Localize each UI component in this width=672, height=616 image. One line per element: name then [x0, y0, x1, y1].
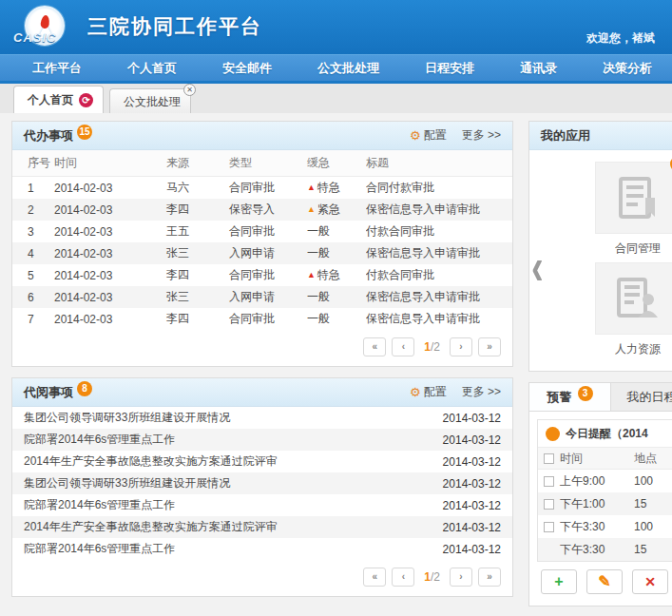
- todo-config-button[interactable]: ⚙ 配置: [410, 127, 447, 144]
- todo-pagination: « ‹ 1/2 › »: [12, 330, 512, 366]
- nav-item-decision-analysis[interactable]: 决策分析: [580, 55, 672, 82]
- nav-item-contacts[interactable]: 通讯录: [497, 55, 580, 82]
- last-page-button[interactable]: »: [478, 568, 501, 587]
- my-apps-header: 我的应用: [529, 122, 672, 150]
- table-row[interactable]: 上午9:00 100: [538, 470, 672, 492]
- alert-schedule-widget: 预警 3 我的日程 今日提醒（2014 时间 地点: [528, 382, 672, 606]
- welcome-user: 欢迎您，褚斌: [586, 30, 655, 47]
- item-date: 2014-03-12: [429, 543, 501, 556]
- cell-date: 2014-02-03: [54, 313, 166, 326]
- read-more-link[interactable]: 更多 >>: [462, 384, 501, 400]
- refresh-icon[interactable]: ⟳: [79, 93, 93, 107]
- list-item[interactable]: 集团公司领导调研33所班组建设开展情况 2014-03-12: [12, 472, 512, 494]
- chevron-left-icon[interactable]: ‹: [531, 241, 544, 292]
- cell-date: 2014-02-03: [54, 269, 166, 282]
- item-date: 2014-03-12: [429, 521, 501, 534]
- select-all-checkbox[interactable]: [544, 453, 554, 464]
- app-hr-tile[interactable]: [595, 262, 672, 335]
- tab-my-schedule[interactable]: 我的日程: [611, 383, 672, 411]
- item-title: 2014年生产安全事故隐患整改实施方案通过院评审: [24, 519, 429, 535]
- cell-title: 保密信息导入申请审批: [366, 311, 512, 327]
- list-item[interactable]: 院部署2014年6s管理重点工作 2014-03-12: [12, 429, 512, 451]
- add-button[interactable]: +: [541, 569, 577, 594]
- nav-item-work-platform[interactable]: 工作平台: [10, 55, 105, 82]
- app-label: 合同管理: [615, 241, 661, 257]
- cell-date: 2014-02-03: [54, 291, 166, 304]
- todo-more-link[interactable]: 更多 >>: [462, 127, 501, 144]
- reminder-header: 今日提醒（2014: [538, 420, 672, 447]
- last-page-button[interactable]: »: [478, 337, 501, 356]
- alert-body: 今日提醒（2014 时间 地点 上午9:00 100: [528, 411, 672, 606]
- cell-source: 张三: [166, 245, 229, 261]
- nav-item-secure-mail[interactable]: 安全邮件: [200, 55, 295, 82]
- cell-urgency: ▲特急: [307, 180, 366, 196]
- nav-item-schedule[interactable]: 日程安排: [402, 55, 497, 82]
- alert-count-badge: 3: [578, 386, 593, 401]
- prev-page-button[interactable]: ‹: [392, 568, 414, 587]
- item-title: 集团公司领导调研33所班组建设开展情况: [24, 410, 429, 426]
- app-label: 人力资源: [615, 341, 661, 357]
- item-date: 2014-03-12: [429, 477, 501, 491]
- table-row[interactable]: 3 2014-02-03 王五 合同审批 一般 付款合同审批: [12, 221, 512, 242]
- table-row[interactable]: 6 2014-02-03 张三 入网申请 一般 保密信息导入申请审批: [12, 286, 512, 308]
- urgency-triangle-icon: ▲: [307, 270, 316, 279]
- read-panel-title: 代阅事项: [24, 384, 73, 401]
- item-title: 院部署2014年6s管理重点工作: [24, 497, 429, 513]
- first-page-button[interactable]: «: [363, 568, 386, 587]
- cell-title: 保密信息导入申请审批: [366, 289, 512, 305]
- cell-seq: 6: [12, 291, 54, 304]
- cell-date: 2014-02-03: [54, 203, 166, 217]
- table-row[interactable]: 1 2014-02-03 马六 合同审批 ▲特急 合同付款审批: [12, 177, 512, 199]
- item-title: 院部署2014年6s管理重点工作: [24, 432, 429, 448]
- table-row[interactable]: 5 2014-02-03 李四 合同审批 ▲特急 付款合同审批: [12, 264, 512, 286]
- next-page-button[interactable]: ›: [450, 337, 472, 356]
- cell-seq: 1: [12, 182, 54, 195]
- list-item[interactable]: 院部署2014年6s管理重点工作 2014-03-12: [12, 494, 512, 516]
- read-config-button[interactable]: ⚙ 配置: [410, 384, 447, 400]
- list-item[interactable]: 2014年生产安全事故隐患整改实施方案通过院评审 2014-03-12: [12, 516, 512, 538]
- col-urgency: 缓急: [307, 155, 366, 171]
- cell-time: 上午9:00: [560, 473, 634, 490]
- table-row[interactable]: 7 2014-02-03 李四 合同审批 一般 保密信息导入申请审批: [12, 308, 512, 330]
- col-source: 来源: [166, 155, 229, 171]
- table-row[interactable]: 下午1:00 15: [538, 492, 672, 515]
- contract-doc-icon: [613, 173, 662, 222]
- read-pagination: « ‹ 1/2 › »: [12, 560, 512, 596]
- cell-place: 100: [634, 474, 672, 488]
- table-row[interactable]: 下午3:30 15: [538, 538, 672, 561]
- todo-panel-title: 代办事项: [24, 127, 73, 144]
- row-checkbox[interactable]: [544, 522, 554, 532]
- delete-button[interactable]: ✕: [632, 569, 668, 594]
- app-contract-tile[interactable]: 4: [595, 162, 672, 234]
- item-title: 院部署2014年6s管理重点工作: [24, 541, 429, 557]
- cell-seq: 4: [12, 247, 54, 260]
- list-item[interactable]: 集团公司领导调研33所班组建设开展情况 2014-03-12: [12, 407, 512, 429]
- edit-button[interactable]: ✎: [586, 569, 623, 594]
- first-page-button[interactable]: «: [363, 337, 386, 356]
- tab-doc-approval[interactable]: 公文批处理 ✕: [109, 88, 191, 113]
- close-icon[interactable]: ✕: [183, 84, 196, 96]
- cell-time: 下午3:30: [560, 542, 634, 558]
- cell-place: 15: [634, 497, 672, 510]
- todo-panel-header: 代办事项 15 ⚙ 配置 更多 >>: [12, 122, 512, 150]
- row-checkbox[interactable]: [544, 499, 554, 510]
- tab-alerts[interactable]: 预警 3: [529, 383, 611, 411]
- table-row[interactable]: 4 2014-02-03 张三 入网申请 一般 保密信息导入申请审批: [12, 242, 512, 264]
- hr-person-doc-icon: [613, 274, 662, 323]
- app-hr: 人力资源: [529, 262, 672, 357]
- table-row[interactable]: 下午3:30 100: [538, 515, 672, 538]
- list-item[interactable]: 院部署2014年6s管理重点工作 2014-03-12: [12, 538, 512, 560]
- prev-page-button[interactable]: ‹: [392, 337, 414, 356]
- cell-urgency: 一般: [307, 311, 366, 327]
- cell-type: 保密导入: [229, 202, 307, 218]
- nav-item-doc-approval[interactable]: 公文批处理: [295, 55, 402, 82]
- schedule-table-header: 时间 地点: [538, 447, 672, 470]
- nav-item-personal-home[interactable]: 个人首页: [105, 55, 200, 82]
- row-checkbox[interactable]: [544, 476, 554, 487]
- next-page-button[interactable]: ›: [450, 568, 472, 587]
- tab-personal-home[interactable]: 个人首页 ⟳: [13, 86, 104, 113]
- col-seq: 序号: [12, 155, 54, 171]
- table-row[interactable]: 2 2014-02-03 李四 保密导入 ▲紧急 保密信息导入申请审批: [12, 199, 512, 221]
- list-item[interactable]: 2014年生产安全事故隐患整改实施方案通过院评审 2014-03-12: [12, 451, 512, 472]
- reminder-alert-icon: [546, 427, 560, 441]
